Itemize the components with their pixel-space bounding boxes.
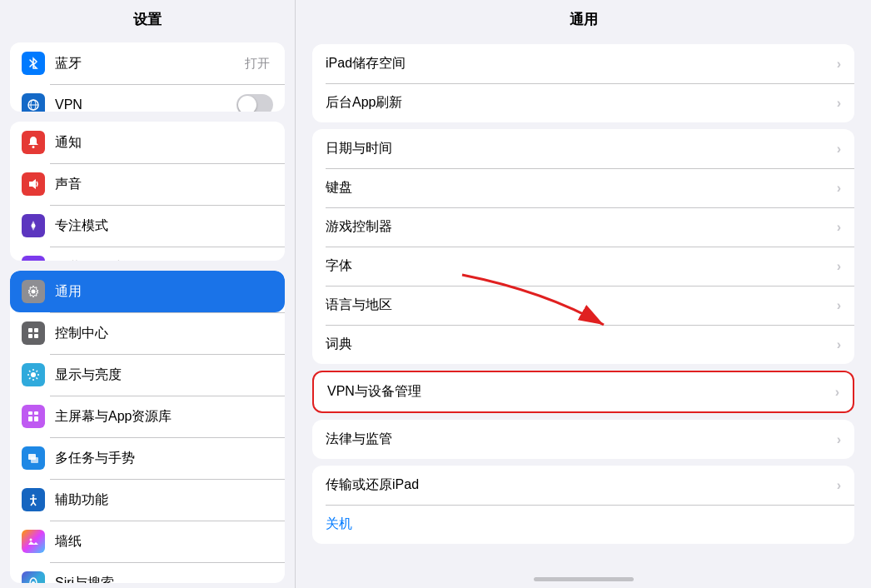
sidebar-item-vpn[interactable]: VPN xyxy=(10,84,285,112)
sidebar-item-accessibility[interactable]: 辅助功能 xyxy=(10,479,285,521)
sidebar-section-notifications: 通知 声音 专注模式 xyxy=(10,122,285,261)
svg-rect-27 xyxy=(31,457,38,463)
siri-icon xyxy=(22,571,45,583)
sidebar-item-notifications[interactable]: 通知 xyxy=(10,122,285,163)
notifications-icon xyxy=(22,131,45,154)
sidebar-header: 设置 xyxy=(0,0,295,37)
sidebar-item-multitask[interactable]: 多任务与手势 xyxy=(10,437,285,479)
svg-marker-4 xyxy=(29,179,36,189)
content-section-legal: 法律与监管 › xyxy=(312,420,854,459)
content-section-datetime: 日期与时间 › 键盘 › 游戏控制器 › 字体 › 语言与地区 › 词典 › xyxy=(312,129,854,364)
svg-point-8 xyxy=(32,290,36,294)
general-icon xyxy=(22,280,45,303)
language-chevron: › xyxy=(837,298,841,313)
legal-chevron: › xyxy=(837,432,841,447)
controlcenter-label: 控制中心 xyxy=(55,325,273,342)
sidebar-item-display[interactable]: 显示与亮度 xyxy=(10,354,285,396)
content-row-dictionary[interactable]: 词典 › xyxy=(312,325,854,364)
siri-label: Siri与搜索 xyxy=(55,575,273,584)
sidebar-item-wallpaper[interactable]: 墙纸 xyxy=(10,521,285,562)
content-row-ipad-storage[interactable]: iPad储存空间 › xyxy=(312,44,854,83)
shutdown-label: 关机 xyxy=(326,516,841,533)
sidebar-item-sounds[interactable]: 声音 xyxy=(10,163,285,205)
svg-rect-11 xyxy=(28,334,32,338)
svg-point-28 xyxy=(32,495,35,497)
content-row-language[interactable]: 语言与地区 › xyxy=(312,286,854,325)
content-row-keyboard[interactable]: 键盘 › xyxy=(312,168,854,207)
content-row-datetime[interactable]: 日期与时间 › xyxy=(312,129,854,168)
svg-line-18 xyxy=(29,371,31,372)
vpn-device-label: VPN与设备管理 xyxy=(327,383,835,401)
screentime-icon xyxy=(22,256,45,261)
svg-rect-24 xyxy=(28,416,32,421)
screentime-label: 屏幕使用时间 xyxy=(55,259,273,261)
content-row-shutdown[interactable]: 关机 xyxy=(312,505,854,544)
bluetooth-value: 打开 xyxy=(245,56,270,72)
homescreen-label: 主屏幕与App资源库 xyxy=(55,408,273,426)
sidebar-section-connectivity: 蓝牙 打开 VPN xyxy=(10,42,285,112)
notifications-label: 通知 xyxy=(55,134,273,152)
sounds-label: 声音 xyxy=(55,176,273,193)
svg-rect-12 xyxy=(34,334,38,338)
svg-point-5 xyxy=(32,224,36,228)
vpn-icon xyxy=(22,93,45,112)
multitask-icon xyxy=(22,446,45,470)
background-refresh-chevron: › xyxy=(837,96,841,111)
wallpaper-icon xyxy=(22,530,45,553)
vpn-toggle[interactable] xyxy=(236,94,273,112)
svg-point-13 xyxy=(31,372,36,377)
svg-line-32 xyxy=(33,502,36,506)
vpn-label: VPN xyxy=(55,97,236,112)
content-row-vpn-device[interactable]: VPN与设备管理 › xyxy=(314,372,853,411)
sidebar-item-bluetooth[interactable]: 蓝牙 打开 xyxy=(10,42,285,84)
keyboard-chevron: › xyxy=(837,181,841,196)
content-header: 通用 xyxy=(296,0,871,37)
dictionary-chevron: › xyxy=(837,337,841,352)
dictionary-label: 词典 xyxy=(326,336,837,353)
wallpaper-label: 墙纸 xyxy=(55,533,273,551)
focus-label: 专注模式 xyxy=(55,217,273,235)
sidebar-item-controlcenter[interactable]: 控制中心 xyxy=(10,312,285,354)
sidebar-item-siri[interactable]: Siri与搜索 xyxy=(10,562,285,583)
content-section-vpn-highlighted: VPN与设备管理 › xyxy=(312,371,854,413)
svg-rect-23 xyxy=(34,411,38,415)
sidebar-item-focus[interactable]: 专注模式 xyxy=(10,205,285,247)
accessibility-label: 辅助功能 xyxy=(55,491,273,509)
fonts-label: 字体 xyxy=(326,257,837,275)
content-row-fonts[interactable]: 字体 › xyxy=(312,247,854,286)
background-refresh-label: 后台App刷新 xyxy=(326,94,837,112)
svg-line-20 xyxy=(37,371,38,372)
sidebar-item-homescreen[interactable]: 主屏幕与App资源库 xyxy=(10,396,285,437)
keyboard-label: 键盘 xyxy=(326,179,837,197)
bluetooth-label: 蓝牙 xyxy=(55,55,245,72)
general-label: 通用 xyxy=(55,283,273,301)
svg-point-3 xyxy=(32,146,35,148)
content-row-background-refresh[interactable]: 后台App刷新 › xyxy=(312,83,854,122)
vpn-device-chevron: › xyxy=(835,385,839,400)
display-icon xyxy=(22,363,45,386)
homescreen-icon xyxy=(22,405,45,428)
ipad-storage-label: iPad储存空间 xyxy=(326,55,837,72)
app-container: 设置 蓝牙 打开 VPN xyxy=(0,0,871,588)
content-row-transfer[interactable]: 传输或还原iPad › xyxy=(312,466,854,505)
sidebar-section-system: 通用 控制中心 xyxy=(10,271,285,583)
legal-label: 法律与监管 xyxy=(326,431,837,448)
bluetooth-icon xyxy=(22,52,45,75)
svg-rect-9 xyxy=(28,328,32,332)
multitask-label: 多任务与手势 xyxy=(55,450,273,467)
display-label: 显示与亮度 xyxy=(55,366,273,384)
transfer-chevron: › xyxy=(837,478,841,493)
svg-rect-22 xyxy=(28,411,32,415)
gamecontroller-label: 游戏控制器 xyxy=(326,218,837,236)
sidebar-item-screentime[interactable]: 屏幕使用时间 xyxy=(10,247,285,261)
svg-rect-10 xyxy=(34,328,38,332)
sidebar-item-general[interactable]: 通用 xyxy=(10,271,285,312)
content-panel: 通用 iPad储存空间 › 后台App刷新 › 日期与时间 › 键盘 › 游 xyxy=(296,0,871,588)
datetime-label: 日期与时间 xyxy=(326,140,837,157)
language-label: 语言与地区 xyxy=(326,296,837,314)
gamecontroller-chevron: › xyxy=(837,220,841,235)
svg-point-35 xyxy=(32,581,35,583)
content-row-legal[interactable]: 法律与监管 › xyxy=(312,420,854,459)
content-row-gamecontroller[interactable]: 游戏控制器 › xyxy=(312,207,854,247)
fonts-chevron: › xyxy=(837,259,841,274)
